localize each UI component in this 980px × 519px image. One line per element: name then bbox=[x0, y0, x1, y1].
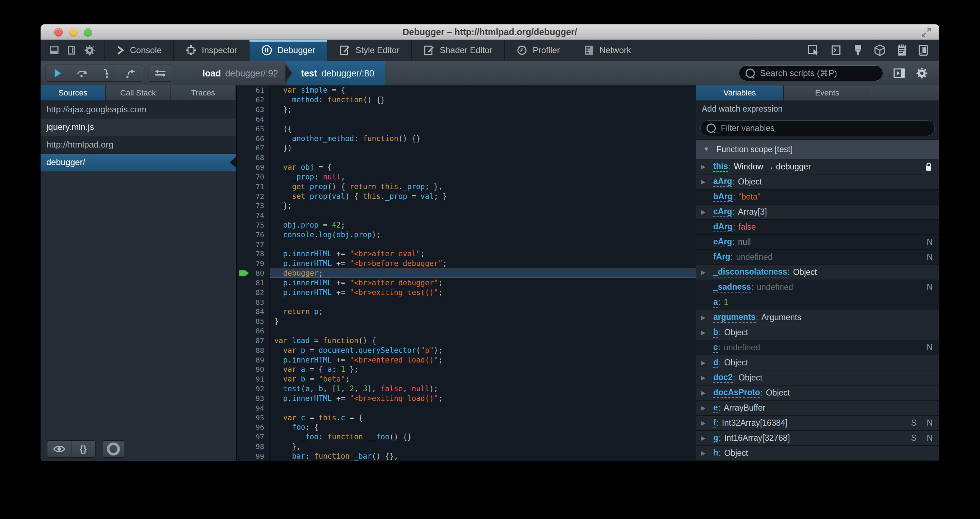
line-number[interactable]: 83 bbox=[237, 297, 270, 307]
sources-tab-sources[interactable]: Sources bbox=[41, 86, 105, 100]
line-number[interactable]: 95 bbox=[237, 413, 270, 422]
variable-row-bArg[interactable]: bArg:"beta" bbox=[696, 189, 939, 205]
source-item-http-htmlpad-org[interactable]: http://htmlpad.org bbox=[41, 136, 236, 154]
variable-row-h[interactable]: ▶h:Object bbox=[696, 446, 939, 461]
variable-row-this[interactable]: ▶this:Window → debugger bbox=[696, 159, 939, 174]
line-number[interactable]: 66 bbox=[237, 134, 270, 143]
line-number[interactable]: 86 bbox=[237, 326, 270, 336]
line-number[interactable]: 65 bbox=[237, 124, 270, 134]
search-scripts-input[interactable]: Search scripts (⌘P) bbox=[739, 65, 883, 81]
stack-frame-load[interactable]: loaddebugger/:92 bbox=[195, 60, 285, 86]
variable-row-g[interactable]: ▶g:Int16Array[32768]SN bbox=[696, 431, 939, 446]
line-number[interactable]: 76 bbox=[237, 230, 270, 239]
paintbrush-button[interactable] bbox=[853, 45, 863, 56]
line-number[interactable]: 72 bbox=[237, 191, 270, 201]
line-number[interactable]: 69 bbox=[237, 162, 270, 172]
scratchpad-button[interactable] bbox=[897, 45, 907, 56]
variable-row-e[interactable]: ▶e:ArrayBuffer bbox=[696, 401, 939, 416]
tab-network[interactable]: Network bbox=[572, 40, 643, 60]
line-number[interactable]: 85 bbox=[237, 317, 270, 326]
variable-row-f[interactable]: ▶f:Int32Array[16384]SN bbox=[696, 416, 939, 431]
line-number[interactable]: 78 bbox=[237, 249, 270, 259]
variable-row-c[interactable]: c:undefinedN bbox=[696, 340, 939, 355]
line-number[interactable]: 94 bbox=[237, 403, 270, 413]
line-number[interactable]: 75 bbox=[237, 220, 270, 230]
line-number[interactable]: 74 bbox=[237, 211, 270, 220]
tab-profiler[interactable]: Profiler bbox=[505, 40, 572, 60]
variable-row-b[interactable]: ▶b:Object bbox=[696, 325, 939, 340]
line-number[interactable]: 87 bbox=[237, 336, 270, 345]
line-number[interactable]: 67 bbox=[237, 143, 270, 153]
line-number[interactable]: 61 bbox=[237, 86, 270, 95]
expand-arrow-icon[interactable]: ▶ bbox=[701, 404, 713, 411]
filter-variables-input[interactable]: Filter variables bbox=[700, 120, 935, 136]
fullscreen-icon[interactable] bbox=[921, 27, 932, 38]
line-number[interactable]: 97 bbox=[237, 432, 270, 442]
line-number[interactable]: 92 bbox=[237, 384, 270, 394]
line-number[interactable]: 68 bbox=[237, 153, 270, 162]
variable-row-_disconsolateness[interactable]: ▶_disconsolateness:Object bbox=[696, 265, 939, 280]
expand-arrow-icon[interactable]: ▶ bbox=[701, 359, 713, 366]
tab-inspector[interactable]: Inspector bbox=[174, 40, 250, 60]
split-console-button[interactable] bbox=[830, 45, 842, 56]
line-number[interactable]: 89 bbox=[237, 355, 270, 365]
line-number[interactable]: 63 bbox=[237, 105, 270, 115]
variable-row-doc2[interactable]: ▶doc2:Object bbox=[696, 370, 939, 385]
toggle-pause-on-exceptions-button[interactable] bbox=[103, 440, 124, 458]
source-editor[interactable]: 61 var simple = {62 method: function() {… bbox=[237, 86, 696, 461]
sources-tab-traces[interactable]: Traces bbox=[171, 86, 236, 100]
variable-row-eArg[interactable]: eArg:nullN bbox=[696, 235, 939, 250]
expand-arrow-icon[interactable]: ▶ bbox=[701, 450, 713, 457]
line-number[interactable]: 93 bbox=[237, 394, 270, 403]
step-out-button[interactable] bbox=[118, 65, 142, 82]
gear-icon[interactable] bbox=[915, 67, 928, 80]
expand-arrow-icon[interactable]: ▶ bbox=[701, 163, 713, 170]
variable-row-a[interactable]: a:1 bbox=[696, 295, 939, 310]
variable-row-fArg[interactable]: fArg:undefinedN bbox=[696, 250, 939, 265]
expand-arrow-icon[interactable]: ▶ bbox=[701, 420, 713, 427]
source-item-debugger[interactable]: debugger/ bbox=[41, 154, 236, 171]
panel-toggle-icon[interactable] bbox=[893, 68, 905, 79]
stack-frame-test[interactable]: testdebugger/:80 bbox=[285, 60, 385, 86]
expand-arrow-icon[interactable]: ▶ bbox=[701, 314, 713, 321]
pick-element-button[interactable] bbox=[808, 45, 819, 56]
variable-row-dArg[interactable]: dArg:false bbox=[696, 220, 939, 235]
responsive-mode-button[interactable] bbox=[918, 45, 928, 56]
line-number[interactable]: 84 bbox=[237, 307, 270, 317]
line-number[interactable]: 79 bbox=[237, 259, 270, 269]
scope-header[interactable]: ▼ Function scope [test] bbox=[696, 140, 939, 159]
line-number[interactable]: 81 bbox=[237, 278, 270, 288]
blackbox-source-button[interactable] bbox=[47, 440, 72, 458]
expand-arrow-icon[interactable]: ▶ bbox=[701, 374, 713, 381]
line-number[interactable]: 82 bbox=[237, 288, 270, 297]
variable-row-aArg[interactable]: ▶aArg:Object bbox=[696, 174, 939, 189]
variable-row-d[interactable]: ▶d:Object bbox=[696, 355, 939, 370]
tab-console[interactable]: Console bbox=[105, 40, 174, 60]
line-number[interactable]: 70 bbox=[237, 172, 270, 181]
blackbox-toggle-button[interactable] bbox=[149, 65, 172, 82]
line-number[interactable]: 99 bbox=[237, 451, 270, 461]
source-item-jquery-min-js[interactable]: jquery.min.js bbox=[41, 118, 236, 136]
variable-row-arguments[interactable]: ▶arguments:Arguments bbox=[696, 310, 939, 325]
source-item-http-ajax-googleapis-com[interactable]: http://ajax.googleapis.com bbox=[41, 101, 236, 118]
add-watch-expression[interactable]: Add watch expression bbox=[696, 101, 939, 117]
step-in-button[interactable] bbox=[94, 65, 118, 82]
expand-arrow-icon[interactable]: ▶ bbox=[701, 209, 713, 215]
variable-row-_sadness[interactable]: _sadness:undefinedN bbox=[696, 280, 939, 295]
tab-debugger[interactable]: Debugger bbox=[250, 40, 328, 60]
line-number[interactable]: 88 bbox=[237, 345, 270, 355]
variables-tab-events[interactable]: Events bbox=[784, 86, 871, 100]
line-number[interactable]: 96 bbox=[237, 422, 270, 432]
line-number[interactable]: 62 bbox=[237, 95, 270, 105]
line-number[interactable]: 98 bbox=[237, 442, 270, 452]
dock-side-button[interactable] bbox=[67, 45, 76, 55]
expand-arrow-icon[interactable]: ▶ bbox=[701, 178, 713, 185]
prettify-source-button[interactable]: {} bbox=[71, 440, 95, 458]
line-number[interactable]: 77 bbox=[237, 239, 270, 249]
variable-row-cArg[interactable]: ▶cArg:Array[3] bbox=[696, 205, 939, 220]
line-number[interactable]: 90 bbox=[237, 365, 270, 374]
line-number[interactable]: 91 bbox=[237, 374, 270, 384]
tab-style-editor[interactable]: Style Editor bbox=[328, 40, 412, 60]
zoom-button[interactable] bbox=[84, 28, 92, 37]
expand-arrow-icon[interactable]: ▶ bbox=[701, 435, 713, 441]
